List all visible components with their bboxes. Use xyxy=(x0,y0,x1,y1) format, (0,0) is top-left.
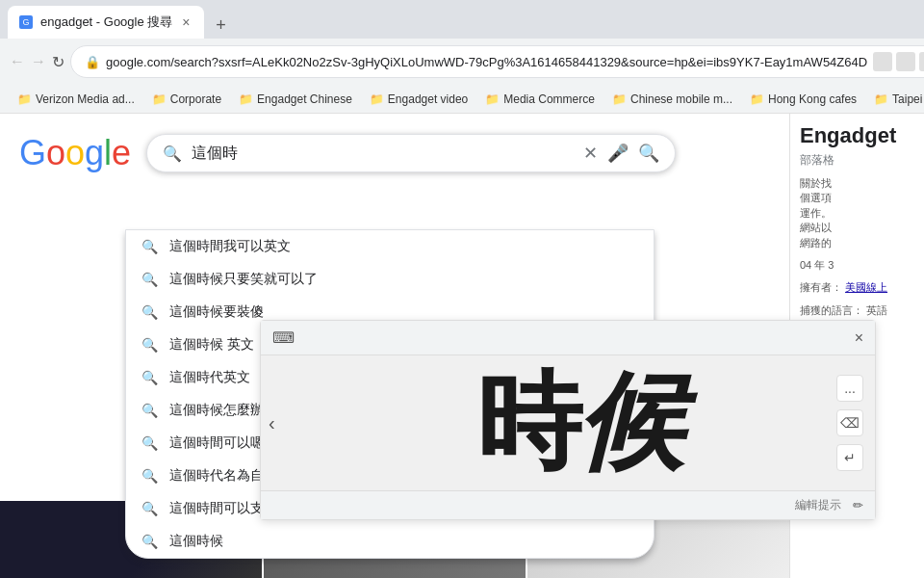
autocomplete-text-2: 這個時候要裝傻 xyxy=(169,303,638,321)
bookmark-engadget-chinese[interactable]: 📁 Engadget Chinese xyxy=(231,90,360,109)
autocomplete-search-icon-3: 🔍 xyxy=(141,337,158,353)
clear-search-button[interactable]: ✕ xyxy=(583,143,598,164)
autocomplete-search-icon-9: 🔍 xyxy=(141,534,158,549)
autocomplete-item-0[interactable]: 🔍 這個時間我可以英文 xyxy=(126,230,654,263)
engadget-subtitle: 部落格 xyxy=(800,152,914,169)
lock-icon: 🔒 xyxy=(85,55,100,69)
tab-favicon-icon: G xyxy=(19,15,33,29)
autocomplete-item-9[interactable]: 🔍 這個時候 xyxy=(126,525,654,558)
hw-keyboard-icon: ⌨ xyxy=(272,328,295,347)
folder-icon: 📁 xyxy=(485,92,500,106)
bookmark-corporate[interactable]: 📁 Corporate xyxy=(144,90,229,109)
bookmark-hong-kong-label: Hong Kong cafes xyxy=(768,92,857,106)
bookmark-media-commerce-label: Media Commerce xyxy=(503,92,595,106)
logo-o1: o xyxy=(46,133,65,172)
bookmark-media-commerce[interactable]: 📁 Media Commerce xyxy=(477,90,603,109)
hw-clear-button[interactable]: ⌫ xyxy=(836,409,863,436)
engadget-title: Engadget xyxy=(800,123,914,148)
logo-o2: o xyxy=(65,133,85,172)
logo-g2: g xyxy=(85,133,104,172)
bookmark-corporate-label: Corporate xyxy=(170,92,221,106)
extension-icons xyxy=(873,52,924,71)
side-language: 捕獲的語言： 英語 xyxy=(800,303,914,318)
folder-icon: 📁 xyxy=(750,92,764,106)
bookmark-engadget-video-label: Engadget video xyxy=(388,92,468,106)
ext-icon-2 xyxy=(896,52,915,71)
google-logo: Google xyxy=(19,133,131,173)
autocomplete-search-icon-7: 🔍 xyxy=(141,468,158,484)
hw-more-button[interactable]: ... xyxy=(836,375,863,402)
bookmark-verizon[interactable]: 📁 Verizon Media ad... xyxy=(10,90,142,109)
bookmark-chinese-mobile-label: Chinese mobile m... xyxy=(630,92,732,106)
google-header: Google 🔍 這個時 ✕ 🎤 🔍 xyxy=(0,114,924,173)
search-container: 🔍 這個時 ✕ 🎤 🔍 xyxy=(146,134,676,172)
hw-enter-button[interactable]: ↵ xyxy=(836,444,863,471)
autocomplete-text-9: 這個時候 xyxy=(169,533,638,550)
hw-close-button[interactable]: × xyxy=(855,329,863,347)
handwriting-panel: ⌨ × ‹ 時候 ... ⌫ ↵ 編輯提示 ✏ xyxy=(260,320,876,520)
google-search-button[interactable]: 🔍 xyxy=(638,143,659,164)
bookmark-taipei[interactable]: 📁 Taipei fo xyxy=(866,90,924,109)
bookmark-verizon-label: Verizon Media ad... xyxy=(36,92,135,106)
ext-icon-1 xyxy=(873,52,892,71)
hw-edit-hint-text: 編輯提示 xyxy=(795,497,841,513)
folder-icon: 📁 xyxy=(17,92,32,106)
address-bar-row: ← → ↻ 🔒 google.com/search?sxsrf=ALeKk02N… xyxy=(0,39,924,85)
autocomplete-search-icon-4: 🔍 xyxy=(141,370,158,385)
search-icon: 🔍 xyxy=(163,144,182,163)
hw-header: ⌨ × xyxy=(261,321,875,355)
svg-text:G: G xyxy=(23,17,30,27)
autocomplete-search-icon-6: 🔍 xyxy=(141,435,158,451)
logo-e: e xyxy=(112,133,131,172)
side-date: 04 年 3 xyxy=(800,258,914,273)
logo-l: l xyxy=(104,133,112,172)
bookmark-engadget-chinese-label: Engadget Chinese xyxy=(257,92,352,106)
folder-icon: 📁 xyxy=(370,92,384,106)
active-tab[interactable]: G engadget - Google 搜尋 × xyxy=(8,6,204,39)
hw-footer: 編輯提示 ✏ xyxy=(261,490,875,519)
folder-icon: 📁 xyxy=(152,92,167,106)
autocomplete-item-1[interactable]: 🔍 這個時候只要笑就可以了 xyxy=(126,263,654,296)
new-tab-button[interactable]: + xyxy=(208,12,235,39)
autocomplete-search-icon-0: 🔍 xyxy=(141,239,158,254)
autocomplete-search-icon-2: 🔍 xyxy=(141,304,158,320)
ext-icon-3 xyxy=(919,52,924,71)
side-owner: 擁有者： 美國線上 xyxy=(800,280,914,295)
autocomplete-search-icon-5: 🔍 xyxy=(141,403,158,418)
bookmark-hong-kong[interactable]: 📁 Hong Kong cafes xyxy=(742,90,864,109)
hw-nav-left-button[interactable]: ‹ xyxy=(269,412,275,434)
logo-g: G xyxy=(19,133,46,172)
autocomplete-text-1: 這個時候只要笑就可以了 xyxy=(169,271,638,288)
hw-canvas[interactable]: ‹ 時候 ... ⌫ ↵ xyxy=(261,355,875,490)
tab-bar: G engadget - Google 搜尋 × + xyxy=(0,0,924,39)
address-box[interactable]: 🔒 google.com/search?sxsrf=ALeKk02No2zSv-… xyxy=(70,45,924,78)
url-text: google.com/search?sxsrf=ALeKk02No2zSv-3g… xyxy=(106,55,867,69)
folder-icon: 📁 xyxy=(239,92,253,106)
owner-link[interactable]: 美國線上 xyxy=(845,281,887,293)
search-query-text[interactable]: 這個時 xyxy=(192,144,574,164)
close-tab-button[interactable]: × xyxy=(180,13,192,32)
reload-button[interactable]: ↻ xyxy=(52,48,64,75)
autocomplete-text-0: 這個時間我可以英文 xyxy=(169,238,638,255)
autocomplete-search-icon-8: 🔍 xyxy=(141,501,158,516)
hw-characters-display: 時候 xyxy=(457,355,679,490)
hw-right-icons: ... ⌫ ↵ xyxy=(836,375,863,471)
folder-icon: 📁 xyxy=(612,92,627,106)
voice-search-button[interactable]: 🎤 xyxy=(607,143,629,164)
autocomplete-search-icon-1: 🔍 xyxy=(141,272,158,287)
bookmark-chinese-mobile[interactable]: 📁 Chinese mobile m... xyxy=(604,90,740,109)
page-content: Google 🔍 這個時 ✕ 🎤 🔍 🔍 這個時間我可以英文 🔍 這個時候只要笑… xyxy=(0,114,924,578)
folder-icon: 📁 xyxy=(874,92,888,106)
forward-button[interactable]: → xyxy=(31,48,46,75)
bookmarks-bar: 📁 Verizon Media ad... 📁 Corporate 📁 Enga… xyxy=(0,85,924,114)
bookmark-engadget-video[interactable]: 📁 Engadget video xyxy=(362,90,475,109)
hw-edit-hint-button[interactable]: ✏ xyxy=(853,498,863,512)
back-button[interactable]: ← xyxy=(10,48,25,75)
tab-title: engadget - Google 搜尋 xyxy=(40,13,172,31)
bookmark-taipei-label: Taipei fo xyxy=(892,92,924,106)
side-text-1: 關於找 個選項 運作。 網站以 網路的 xyxy=(800,176,914,250)
